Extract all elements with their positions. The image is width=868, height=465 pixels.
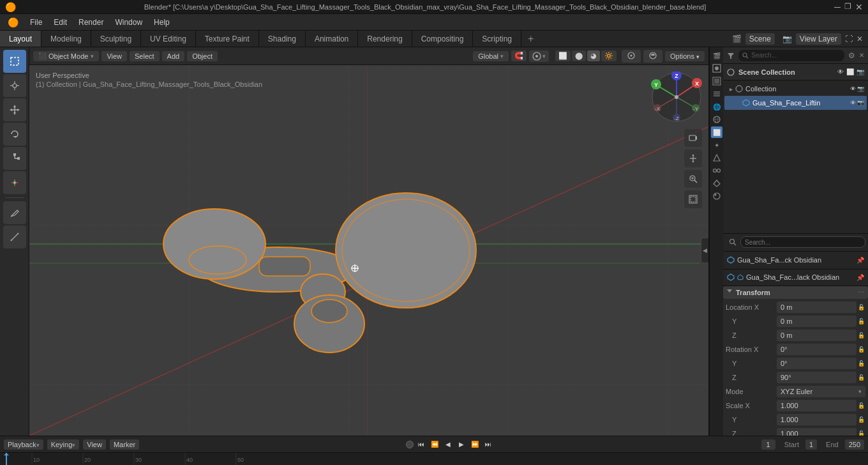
scene-name[interactable]: Scene: [745, 33, 775, 45]
tab-rendering[interactable]: Rendering: [358, 31, 412, 47]
render-menu[interactable]: Render: [73, 17, 108, 28]
viewport-3d[interactable]: ⬛ Object Mode ▾ View Select Add Object G…: [29, 47, 708, 436]
playback-menu[interactable]: Playback▾: [4, 439, 43, 450]
navigation-gizmo[interactable]: X Y Z -X -Y: [651, 72, 702, 123]
location-x-lock[interactable]: 🔓: [857, 303, 865, 312]
obj-render-icon[interactable]: 📷: [857, 100, 864, 106]
object-display-name[interactable]: Gua_Sha_Fa...ck Obsidian: [737, 256, 854, 264]
prop-icon-render[interactable]: [711, 63, 722, 74]
scale-x-lock[interactable]: 🔓: [857, 401, 865, 410]
close-button[interactable]: ✕: [855, 2, 863, 12]
file-menu[interactable]: File: [25, 17, 47, 28]
prop-icon-object[interactable]: ⬜: [711, 126, 722, 138]
object-pin-icon[interactable]: 📌: [857, 257, 864, 264]
window-menu[interactable]: Window: [110, 17, 147, 28]
outliner-search[interactable]: Search...: [738, 50, 844, 61]
end-frame-value[interactable]: 250: [845, 439, 864, 450]
options-button[interactable]: Options ▾: [665, 51, 705, 61]
rotation-x-lock[interactable]: 🔓: [857, 345, 865, 354]
minimize-button[interactable]: ─: [834, 2, 841, 12]
tool-select[interactable]: [3, 50, 26, 73]
data-pin-icon[interactable]: 📌: [857, 274, 864, 281]
viewport-vis-icon[interactable]: ⬜: [846, 68, 854, 75]
props-search-input[interactable]: [740, 236, 865, 248]
tool-transform[interactable]: [3, 171, 26, 194]
tab-sculpting[interactable]: Sculpting: [91, 31, 141, 47]
overlays-button[interactable]: [643, 50, 662, 63]
object-mode-select[interactable]: ⬛ Object Mode ▾: [33, 51, 99, 61]
select-menu-btn[interactable]: Select: [130, 51, 160, 61]
prop-icon-physics[interactable]: [711, 152, 722, 164]
tab-compositing[interactable]: Compositing: [412, 31, 474, 47]
camera-view-btn[interactable]: [684, 129, 702, 147]
play-btn[interactable]: ▶: [456, 439, 467, 450]
col-render-icon[interactable]: 📷: [857, 86, 864, 92]
transform-global-select[interactable]: Global▾: [473, 51, 509, 61]
scale-x-value[interactable]: 1.000: [777, 400, 857, 411]
jump-start-btn[interactable]: ⏮: [415, 439, 427, 450]
tab-uv-editing[interactable]: UV Editing: [141, 31, 196, 47]
location-z-lock[interactable]: 🔓: [857, 331, 865, 340]
solid-btn[interactable]: ⬤: [572, 50, 586, 61]
transform-header[interactable]: Transform ⋯: [723, 286, 868, 299]
tool-cursor[interactable]: [3, 74, 26, 97]
jump-end-btn[interactable]: ⏭: [483, 439, 494, 450]
prop-icon-particles[interactable]: ✦: [711, 139, 722, 151]
location-x-value[interactable]: 0 m: [777, 301, 857, 313]
material-btn[interactable]: ◕: [587, 50, 600, 61]
prop-icon-constraints[interactable]: [711, 165, 722, 176]
visibility-icon[interactable]: 👁: [837, 68, 844, 75]
timeline-ruler[interactable]: 10 20 30 40 50: [0, 452, 868, 465]
location-z-value[interactable]: 0 m: [777, 330, 857, 341]
render-region-btn[interactable]: [684, 190, 702, 208]
outliner-item-object[interactable]: Gua_Sha_Face_Liftin 👁 📷: [724, 96, 867, 110]
scale-y-lock[interactable]: 🔓: [857, 415, 865, 424]
object-menu-btn[interactable]: Object: [187, 51, 218, 61]
keying-menu[interactable]: Keying▾: [47, 439, 80, 450]
tool-scale[interactable]: [3, 147, 26, 170]
rotation-y-lock[interactable]: 🔓: [857, 359, 865, 368]
prop-icon-data[interactable]: [711, 178, 722, 189]
viewport-canvas[interactable]: User Perspective (1) Collection | Gua_Sh…: [29, 65, 708, 436]
viewlayer-name[interactable]: View Layer: [796, 33, 841, 45]
tool-rotate[interactable]: [3, 123, 26, 146]
add-menu-btn[interactable]: Add: [162, 51, 185, 61]
help-menu[interactable]: Help: [149, 17, 175, 28]
rotation-mode-value[interactable]: XYZ Euler ▾: [777, 386, 865, 397]
current-frame[interactable]: 1: [761, 439, 775, 450]
gizmos-button[interactable]: [622, 50, 641, 63]
fullscreen-icon[interactable]: ⛶: [845, 34, 853, 43]
scale-z-lock[interactable]: 🔓: [857, 429, 865, 436]
render-vis-icon[interactable]: 📷: [857, 68, 864, 75]
outliner-options[interactable]: ⚙: [848, 51, 855, 60]
edit-menu[interactable]: Edit: [49, 17, 72, 28]
snap-magnet-button[interactable]: 🧲: [511, 50, 527, 61]
props-search-icon[interactable]: [726, 235, 740, 249]
scale-y-value[interactable]: 1.000: [777, 414, 857, 425]
prop-icon-scene[interactable]: 🎬: [711, 50, 722, 61]
proportional-edit-button[interactable]: ▾: [529, 50, 549, 62]
prop-icon-view-layer[interactable]: [711, 88, 722, 100]
tab-texture-paint[interactable]: Texture Paint: [196, 31, 259, 47]
add-workspace-button[interactable]: +: [521, 31, 540, 47]
scale-z-value[interactable]: 1.000: [777, 428, 857, 436]
col-vis-icon[interactable]: 👁: [850, 86, 856, 92]
view-menu[interactable]: View: [83, 439, 106, 450]
rotation-x-value[interactable]: 0°: [777, 344, 857, 355]
marker-menu[interactable]: Marker: [110, 439, 139, 450]
wireframe-btn[interactable]: ⬜: [555, 50, 571, 61]
prop-icon-scene-obj[interactable]: 🌐: [711, 101, 722, 112]
tool-measure[interactable]: [3, 225, 26, 248]
render-btn[interactable]: 🔆: [601, 50, 617, 61]
prop-icon-output[interactable]: [711, 75, 722, 87]
scene-collection-row[interactable]: Scene Collection 👁 ⬜ 📷: [723, 64, 868, 80]
prop-icon-material[interactable]: [711, 190, 722, 202]
maximize-button[interactable]: ❐: [844, 2, 851, 12]
tab-scripting[interactable]: Scripting: [473, 31, 521, 47]
start-frame-value[interactable]: 1: [805, 439, 817, 450]
obj-vis-icon[interactable]: 👁: [850, 100, 856, 106]
outliner-item-collection[interactable]: ▸ Collection 👁 📷: [724, 82, 867, 96]
close-workspace-icon[interactable]: ✕: [857, 34, 863, 43]
rotation-y-value[interactable]: 0°: [777, 358, 857, 369]
prev-frame-btn[interactable]: ◀: [442, 439, 454, 450]
